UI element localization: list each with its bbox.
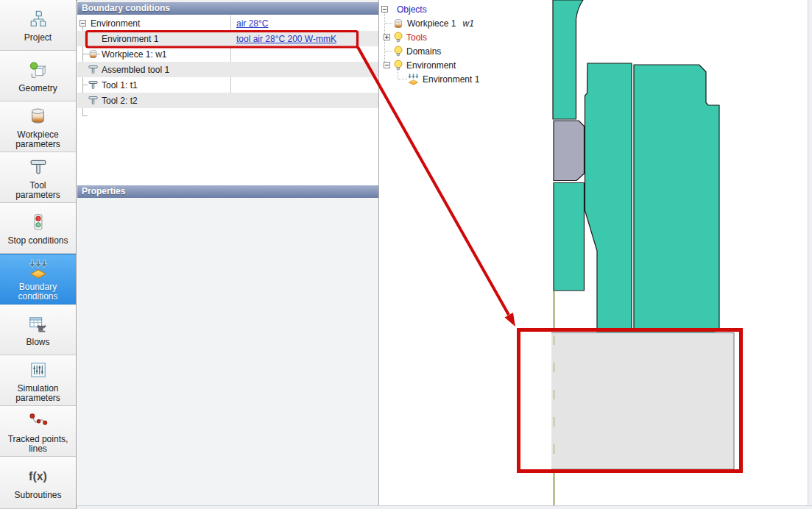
table-row-environment-1[interactable]: Environment 1 tool air 28°C 200 W-mmK (77, 31, 378, 46)
tree-item-label: Objects (397, 4, 427, 15)
sidebar-item-workpiece-parameters[interactable]: Workpiece parameters (0, 102, 76, 152)
sidebar-item-label: Blows (26, 338, 49, 347)
boundary-conditions-icon (407, 73, 420, 85)
tree-item-label: Domains (406, 46, 441, 57)
properties-header: Properties (77, 185, 378, 198)
viewport-3d[interactable] (551, 0, 808, 509)
sidebar-item-label: Subroutines (14, 491, 61, 500)
sidebar: Project Geometry (0, 0, 77, 509)
tracked-points-icon (29, 409, 48, 433)
tool-icon (88, 64, 99, 75)
tool-icon (29, 155, 48, 179)
tree-item-label: Environment 1 (423, 74, 479, 85)
tree-item-tools[interactable]: Tools (379, 30, 551, 44)
row-label: Environment (91, 18, 140, 29)
tree-item-objects[interactable]: Objects (379, 2, 551, 16)
contact-strip (597, 328, 716, 333)
boundary-conditions-panel: Boundary conditions Environment air 28°C… (77, 0, 378, 509)
sidebar-item-simulation-parameters[interactable]: Simulation parameters (0, 355, 76, 406)
tree-item-suffix: w1 (462, 18, 473, 29)
sidebar-item-tool-parameters[interactable]: Tool parameters (0, 152, 76, 203)
tool-icon (88, 95, 99, 106)
tool-shape-middle-column (585, 63, 632, 329)
environment-value-link[interactable]: air 28°C (236, 18, 268, 29)
sidebar-item-tracked-points-lines[interactable]: Tracked points, lines (0, 406, 76, 457)
tree-item-label: Tools (406, 32, 427, 43)
window-right-edge (808, 0, 812, 509)
sidebar-item-boundary-conditions[interactable]: Boundary conditions (0, 254, 76, 305)
workpiece-cylinder-icon (88, 49, 99, 60)
row-label: Assembled tool 1 (102, 65, 169, 75)
window-bottom-edge (77, 505, 812, 509)
sidebar-item-label: Simulation parameters (7, 384, 70, 403)
workpiece-cylinder-icon (392, 18, 404, 29)
function-fx-icon: f(x) (29, 465, 47, 488)
tool-shape-gray-block (554, 121, 585, 181)
table-row-workpiece-1[interactable]: Workpiece 1: w1 (77, 46, 378, 62)
environment-1-value-link[interactable]: tool air 28°C 200 W-mmK (236, 34, 336, 44)
bulb-icon (393, 32, 403, 43)
geometry-icon (29, 58, 48, 82)
sliders-icon (29, 358, 48, 382)
collapse-box-icon[interactable] (80, 20, 86, 26)
collapse-box-icon[interactable] (381, 6, 388, 13)
row-label: Tool 2: t2 (102, 96, 138, 106)
row-label: Environment 1 (102, 34, 158, 44)
tree-item-workpiece-1[interactable]: Workpiece 1w1 (379, 16, 551, 30)
boundary-conditions-table: Environment air 28°C Environment 1 tool … (77, 15, 378, 108)
sidebar-item-stop-conditions[interactable]: Stop conditions (0, 203, 76, 254)
sidebar-item-label: Tool parameters (7, 181, 70, 200)
tree-connector (82, 115, 88, 116)
sidebar-item-geometry[interactable]: Geometry (0, 51, 76, 102)
tree-item-environment-1[interactable]: Environment 1 (379, 72, 551, 86)
sidebar-item-blows[interactable]: Blows (0, 305, 76, 355)
tree-item-label: Environment (406, 60, 456, 71)
tree-item-label: Workpiece 1 (407, 18, 456, 29)
bulb-icon (393, 46, 403, 57)
blows-anvil-icon (28, 312, 48, 335)
table-row-assembled-tool-1[interactable]: Assembled tool 1 (77, 62, 378, 77)
sidebar-item-label: Stop conditions (7, 236, 68, 246)
table-row-tool-2[interactable]: Tool 2: t2 (77, 93, 378, 108)
workpiece-cylinder-icon (28, 104, 48, 128)
sidebar-item-label: Tracked points, lines (7, 435, 70, 454)
traffic-light-icon (29, 210, 48, 234)
objects-tree-panel: Objects Workpiece 1w1 Tools (379, 0, 551, 509)
sidebar-item-label: Boundary conditions (7, 282, 70, 302)
sidebar-item-label: Project (24, 33, 52, 43)
bulb-icon (393, 60, 403, 71)
viewport-scene (551, 0, 808, 509)
tool-shape-upper-strip (553, 0, 583, 119)
sidebar-item-label: Geometry (18, 84, 57, 93)
sidebar-item-project[interactable]: Project (0, 0, 76, 51)
boundary-conditions-header: Boundary conditions (77, 2, 378, 15)
sidebar-item-label: Workpiece parameters (7, 130, 70, 149)
sidebar-item-subroutines[interactable]: f(x) Subroutines (0, 457, 76, 509)
tool-icon (88, 79, 99, 90)
tool-shape-lower-left-block (554, 183, 585, 291)
expand-box-icon[interactable] (384, 34, 390, 40)
application-window: Project Geometry (0, 0, 812, 509)
table-row-tool-1[interactable]: Tool 1: t1 (77, 77, 378, 93)
properties-content (77, 198, 378, 505)
tree-item-domains[interactable]: Domains (379, 44, 551, 58)
row-label: Workpiece 1: w1 (102, 49, 166, 60)
tool-shape-right-column (634, 65, 719, 329)
row-label: Tool 1: t1 (102, 80, 138, 90)
tree-item-environment[interactable]: Environment (379, 58, 551, 72)
project-icon (29, 7, 48, 31)
table-row-environment[interactable]: Environment air 28°C (77, 15, 378, 31)
collapse-box-icon[interactable] (384, 62, 390, 68)
die-region-rect (551, 333, 734, 470)
boundary-conditions-icon (28, 257, 49, 280)
